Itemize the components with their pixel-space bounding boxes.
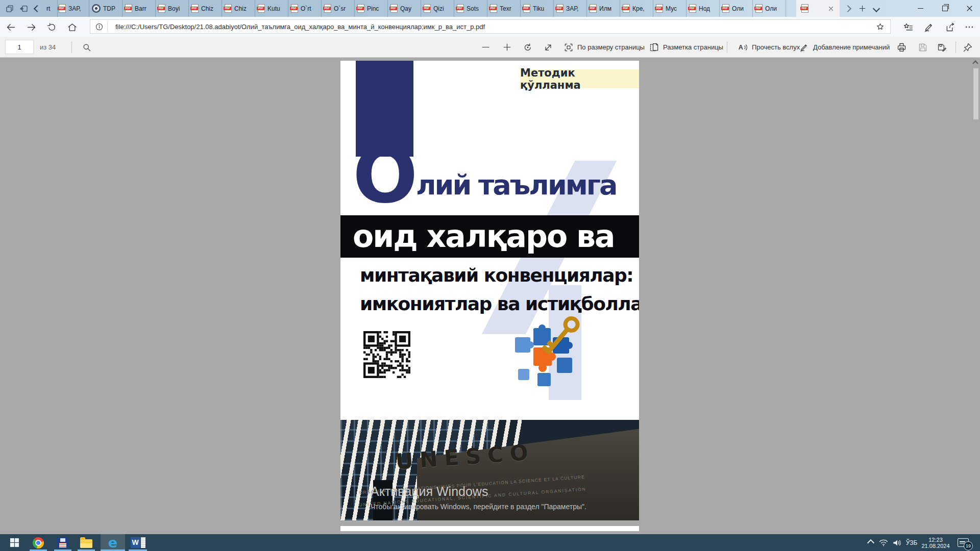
active-tab[interactable]	[796, 0, 840, 17]
page-layout-button[interactable]: Разметка страницы	[649, 37, 723, 58]
cover-subtitle-1: минтақавий конвенциялар:	[360, 265, 633, 286]
restore-button[interactable]	[937, 0, 952, 17]
browser-tab[interactable]: Sots	[454, 0, 487, 17]
browser-tab[interactable]: Мус	[653, 0, 687, 17]
fullscreen-button[interactable]	[543, 37, 553, 58]
tab-strip: ЗАР,TDPBarrBoyiChizChizKutuO`rtO`srPincQ…	[56, 0, 786, 17]
back-button[interactable]	[4, 20, 17, 34]
hub-button[interactable]	[901, 20, 915, 34]
zoom-out-button[interactable]	[481, 37, 491, 58]
floppy-app-button[interactable]	[53, 534, 72, 551]
watermark-subtitle: Чтобы активировать Windows, перейдите в …	[371, 503, 586, 511]
url-text: file:///C:/Users/TG/Desktop/21.08.adabiy…	[115, 23, 875, 31]
search-document-button[interactable]	[82, 37, 92, 58]
url-separator	[107, 22, 108, 31]
wifi-icon	[878, 538, 889, 548]
word-doc-glyph	[141, 537, 145, 548]
browser-tab[interactable]: Qay	[388, 0, 421, 17]
browser-tab[interactable]: ЗАР,	[56, 0, 89, 17]
tray-expand-button[interactable]	[865, 534, 877, 551]
favorite-star-button[interactable]	[875, 22, 885, 32]
notification-badge: 19	[964, 541, 973, 550]
set-tabs-aside-button[interactable]	[17, 0, 31, 17]
file-explorer-button[interactable]	[77, 534, 96, 551]
scroll-tabs-left-button[interactable]	[32, 0, 43, 17]
browser-tab[interactable]: O`sr	[322, 0, 355, 17]
plus-icon	[859, 5, 866, 12]
tab-label: Qizi	[433, 5, 444, 12]
forward-button[interactable]	[24, 20, 38, 34]
tab-preview-button[interactable]	[3, 0, 16, 17]
browser-tab[interactable]: TDP	[89, 0, 122, 17]
edge-button[interactable]: e	[101, 534, 125, 551]
browser-tab[interactable]: Нод	[687, 0, 720, 17]
pdf-icon	[191, 4, 199, 13]
cover-badge: Методик қўлланма	[520, 69, 639, 88]
svg-text:A: A	[739, 44, 743, 51]
browser-tab[interactable]: Chiz	[189, 0, 222, 17]
language-indicator[interactable]: ЎЗБ	[903, 534, 920, 551]
tab-list-button[interactable]	[870, 0, 883, 17]
content-area: Методик қўлланма О лий таълимга оид халқ…	[0, 58, 980, 534]
read-aloud-button[interactable]: A Прочесть вслух	[737, 37, 800, 58]
browser-tab[interactable]: Оли	[753, 0, 786, 17]
volume-button[interactable]	[890, 534, 903, 551]
browser-tab[interactable]: Kutu	[255, 0, 288, 17]
pdf-icon	[623, 4, 630, 13]
chrome-button[interactable]	[29, 534, 48, 551]
page-number-input[interactable]: 1	[5, 40, 34, 54]
pdf-icon	[390, 4, 398, 13]
browser-tab[interactable]: Tiku	[521, 0, 554, 17]
browser-tab[interactable]: O`rt	[288, 0, 322, 17]
print-button[interactable]	[896, 37, 907, 58]
zoom-in-button[interactable]	[502, 37, 512, 58]
web-note-button[interactable]	[922, 20, 935, 34]
rotate-button[interactable]	[523, 37, 533, 58]
close-button[interactable]	[962, 0, 977, 17]
browser-tab[interactable]: Boyi	[156, 0, 189, 17]
word-button[interactable]: W	[128, 534, 148, 551]
expand-icon	[543, 42, 553, 53]
tab-close-button[interactable]	[827, 5, 835, 12]
scroll-tabs-right-button[interactable]	[841, 0, 854, 17]
tab-label: Sots	[467, 5, 479, 12]
browser-tab[interactable]: Chiz	[222, 0, 255, 17]
fit-page-button[interactable]: По размеру страницы	[564, 37, 645, 58]
tab-label: Илм	[599, 5, 611, 12]
read-aloud-label: Прочесть вслух	[752, 43, 800, 51]
page-layout-icon	[649, 42, 659, 53]
back-icon	[6, 22, 16, 33]
close-icon	[966, 5, 973, 12]
tab-label: Мус	[666, 5, 677, 12]
home-button[interactable]	[65, 20, 79, 34]
save-as-button[interactable]	[937, 37, 947, 58]
browser-tab[interactable]: Оли	[720, 0, 753, 17]
browser-tab[interactable]: Barr	[122, 0, 156, 17]
share-button[interactable]	[943, 20, 957, 34]
browser-tab[interactable]: ЗАР,	[554, 0, 587, 17]
pdf-next-page-edge	[340, 526, 639, 531]
save-button[interactable]	[918, 37, 928, 58]
tab-label: Кре,	[632, 5, 645, 12]
browser-tab[interactable]: Texr	[487, 0, 521, 17]
more-options-button[interactable]	[963, 20, 976, 34]
scrollbar-up-button[interactable]	[972, 59, 979, 67]
qr-code	[363, 331, 410, 378]
browser-tab[interactable]: Илм	[587, 0, 620, 17]
browser-tab[interactable]: Qizi	[421, 0, 454, 17]
minimize-button[interactable]	[913, 0, 928, 17]
refresh-button[interactable]	[45, 20, 58, 34]
scrollbar-thumb[interactable]	[973, 68, 978, 119]
url-field[interactable]: file:///C:/Users/TG/Desktop/21.08.adabiy…	[90, 19, 891, 34]
new-tab-button[interactable]	[855, 0, 869, 17]
start-button[interactable]	[4, 534, 24, 551]
unpin-toolbar-button[interactable]	[963, 37, 973, 58]
network-button[interactable]	[877, 534, 890, 551]
add-notes-button[interactable]: Добавление примечаний	[799, 37, 890, 58]
browser-tab[interactable]: Pinc	[355, 0, 388, 17]
pdf-icon	[357, 4, 364, 13]
restore-icon	[942, 6, 948, 11]
browser-tab[interactable]: Кре,	[620, 0, 653, 17]
screen: rt ЗАР,TDPBarrBoyiChizChizKutuO`rtO`srPi…	[0, 0, 980, 551]
clock[interactable]: 12:23 21.08.2024	[920, 534, 951, 551]
